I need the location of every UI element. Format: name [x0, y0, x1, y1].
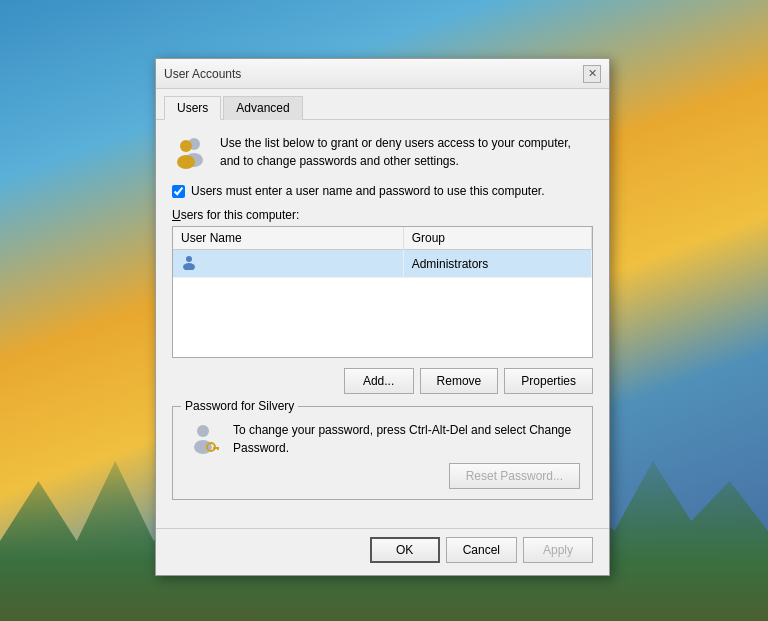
password-change-text: To change your password, press Ctrl-Alt-…: [233, 421, 580, 457]
tab-advanced[interactable]: Advanced: [223, 96, 302, 120]
users-table: User Name Group Administrators: [173, 227, 592, 277]
col-group: Group: [403, 227, 591, 250]
user-action-buttons: Add... Remove Properties: [172, 368, 593, 394]
svg-rect-10: [217, 447, 219, 450]
users-icon: [172, 134, 208, 170]
remove-button[interactable]: Remove: [420, 368, 499, 394]
bottom-buttons: OK Cancel Apply: [156, 528, 609, 575]
tab-content: Use the list below to grant or deny user…: [156, 120, 609, 528]
password-group-box: Password for Silvery To change you: [172, 406, 593, 500]
apply-button[interactable]: Apply: [523, 537, 593, 563]
svg-point-4: [186, 256, 192, 262]
password-group-legend: Password for Silvery: [181, 399, 298, 413]
checkbox-label[interactable]: Users must enter a user name and passwor…: [191, 184, 545, 198]
users-table-wrapper: User Name Group Administrators: [172, 226, 593, 358]
info-text: Use the list below to grant or deny user…: [220, 134, 593, 170]
add-button[interactable]: Add...: [344, 368, 414, 394]
svg-point-7: [194, 440, 212, 454]
cancel-button[interactable]: Cancel: [446, 537, 517, 563]
password-text-and-button: To change your password, press Ctrl-Alt-…: [233, 421, 580, 489]
col-username: User Name: [173, 227, 403, 250]
user-row-icon: [181, 254, 197, 270]
info-section: Use the list below to grant or deny user…: [172, 134, 593, 170]
tab-users[interactable]: Users: [164, 96, 221, 120]
table-empty-space: [173, 277, 592, 357]
dialog-title: User Accounts: [164, 67, 241, 81]
svg-point-6: [197, 425, 209, 437]
reset-password-button[interactable]: Reset Password...: [449, 463, 580, 489]
users-for-computer-label: Users for this computer:: [172, 208, 593, 222]
close-button[interactable]: ✕: [583, 65, 601, 83]
user-name-cell: [173, 250, 403, 278]
password-icon: [185, 421, 221, 457]
password-group-content: To change your password, press Ctrl-Alt-…: [185, 421, 580, 489]
title-bar: User Accounts ✕: [156, 59, 609, 89]
user-group-cell: Administrators: [403, 250, 591, 278]
properties-button[interactable]: Properties: [504, 368, 593, 394]
svg-point-5: [183, 263, 195, 270]
table-row[interactable]: Administrators: [173, 250, 592, 278]
user-accounts-dialog: User Accounts ✕ Users Advanced Use the l…: [155, 58, 610, 576]
users-must-enter-checkbox[interactable]: [172, 185, 185, 198]
tabs-bar: Users Advanced: [156, 89, 609, 120]
ok-button[interactable]: OK: [370, 537, 440, 563]
password-group-buttons: Reset Password...: [233, 463, 580, 489]
svg-point-2: [180, 140, 192, 152]
svg-point-3: [177, 155, 195, 169]
checkbox-row: Users must enter a user name and passwor…: [172, 184, 593, 198]
